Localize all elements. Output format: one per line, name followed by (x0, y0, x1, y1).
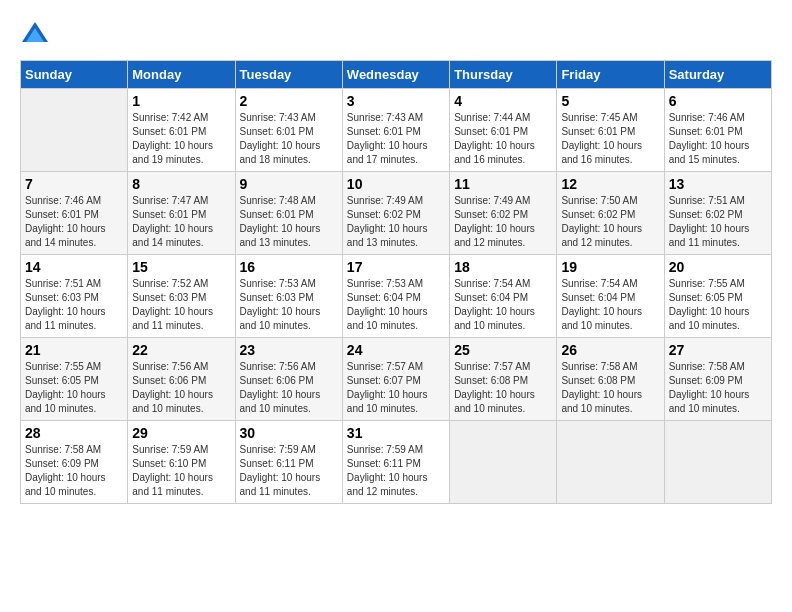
sunrise-label: Sunrise: 7:57 AM (347, 361, 423, 372)
sunrise-label: Sunrise: 7:59 AM (240, 444, 316, 455)
daylight-label: Daylight: 10 hours and 10 minutes. (132, 389, 213, 414)
calendar-cell: 4 Sunrise: 7:44 AM Sunset: 6:01 PM Dayli… (450, 89, 557, 172)
day-number: 16 (240, 259, 338, 275)
day-number: 31 (347, 425, 445, 441)
calendar-cell: 14 Sunrise: 7:51 AM Sunset: 6:03 PM Dayl… (21, 255, 128, 338)
sunset-label: Sunset: 6:11 PM (347, 458, 421, 469)
sunrise-label: Sunrise: 7:59 AM (132, 444, 208, 455)
calendar-cell: 29 Sunrise: 7:59 AM Sunset: 6:10 PM Dayl… (128, 421, 235, 504)
sunset-label: Sunset: 6:03 PM (240, 292, 314, 303)
daylight-label: Daylight: 10 hours and 14 minutes. (25, 223, 106, 248)
day-number: 15 (132, 259, 230, 275)
day-info: Sunrise: 7:55 AM Sunset: 6:05 PM Dayligh… (669, 277, 767, 333)
calendar-header-row: SundayMondayTuesdayWednesdayThursdayFrid… (21, 61, 772, 89)
sunset-label: Sunset: 6:09 PM (669, 375, 743, 386)
day-info: Sunrise: 7:58 AM Sunset: 6:09 PM Dayligh… (25, 443, 123, 499)
day-info: Sunrise: 7:42 AM Sunset: 6:01 PM Dayligh… (132, 111, 230, 167)
day-number: 7 (25, 176, 123, 192)
day-info: Sunrise: 7:58 AM Sunset: 6:09 PM Dayligh… (669, 360, 767, 416)
day-info: Sunrise: 7:57 AM Sunset: 6:07 PM Dayligh… (347, 360, 445, 416)
calendar-cell: 8 Sunrise: 7:47 AM Sunset: 6:01 PM Dayli… (128, 172, 235, 255)
daylight-label: Daylight: 10 hours and 14 minutes. (132, 223, 213, 248)
day-info: Sunrise: 7:50 AM Sunset: 6:02 PM Dayligh… (561, 194, 659, 250)
day-info: Sunrise: 7:56 AM Sunset: 6:06 PM Dayligh… (132, 360, 230, 416)
header-tuesday: Tuesday (235, 61, 342, 89)
calendar-cell: 24 Sunrise: 7:57 AM Sunset: 6:07 PM Dayl… (342, 338, 449, 421)
sunrise-label: Sunrise: 7:43 AM (240, 112, 316, 123)
daylight-label: Daylight: 10 hours and 18 minutes. (240, 140, 321, 165)
calendar-cell: 18 Sunrise: 7:54 AM Sunset: 6:04 PM Dayl… (450, 255, 557, 338)
header-thursday: Thursday (450, 61, 557, 89)
calendar-cell: 10 Sunrise: 7:49 AM Sunset: 6:02 PM Dayl… (342, 172, 449, 255)
daylight-label: Daylight: 10 hours and 11 minutes. (132, 472, 213, 497)
daylight-label: Daylight: 10 hours and 10 minutes. (669, 306, 750, 331)
calendar-cell: 20 Sunrise: 7:55 AM Sunset: 6:05 PM Dayl… (664, 255, 771, 338)
sunset-label: Sunset: 6:02 PM (669, 209, 743, 220)
calendar-cell: 1 Sunrise: 7:42 AM Sunset: 6:01 PM Dayli… (128, 89, 235, 172)
day-number: 25 (454, 342, 552, 358)
day-info: Sunrise: 7:48 AM Sunset: 6:01 PM Dayligh… (240, 194, 338, 250)
day-number: 26 (561, 342, 659, 358)
day-info: Sunrise: 7:44 AM Sunset: 6:01 PM Dayligh… (454, 111, 552, 167)
sunrise-label: Sunrise: 7:53 AM (347, 278, 423, 289)
daylight-label: Daylight: 10 hours and 16 minutes. (561, 140, 642, 165)
sunrise-label: Sunrise: 7:55 AM (669, 278, 745, 289)
day-number: 6 (669, 93, 767, 109)
header-wednesday: Wednesday (342, 61, 449, 89)
day-info: Sunrise: 7:59 AM Sunset: 6:11 PM Dayligh… (240, 443, 338, 499)
day-info: Sunrise: 7:58 AM Sunset: 6:08 PM Dayligh… (561, 360, 659, 416)
day-number: 20 (669, 259, 767, 275)
daylight-label: Daylight: 10 hours and 10 minutes. (454, 306, 535, 331)
daylight-label: Daylight: 10 hours and 11 minutes. (669, 223, 750, 248)
sunrise-label: Sunrise: 7:42 AM (132, 112, 208, 123)
day-number: 4 (454, 93, 552, 109)
sunset-label: Sunset: 6:01 PM (240, 126, 314, 137)
day-number: 14 (25, 259, 123, 275)
sunset-label: Sunset: 6:08 PM (454, 375, 528, 386)
sunset-label: Sunset: 6:02 PM (347, 209, 421, 220)
sunset-label: Sunset: 6:02 PM (454, 209, 528, 220)
day-number: 28 (25, 425, 123, 441)
day-number: 29 (132, 425, 230, 441)
sunset-label: Sunset: 6:07 PM (347, 375, 421, 386)
calendar-cell: 31 Sunrise: 7:59 AM Sunset: 6:11 PM Dayl… (342, 421, 449, 504)
sunrise-label: Sunrise: 7:43 AM (347, 112, 423, 123)
sunset-label: Sunset: 6:09 PM (25, 458, 99, 469)
daylight-label: Daylight: 10 hours and 12 minutes. (454, 223, 535, 248)
daylight-label: Daylight: 10 hours and 12 minutes. (347, 472, 428, 497)
header-monday: Monday (128, 61, 235, 89)
sunset-label: Sunset: 6:04 PM (454, 292, 528, 303)
day-number: 22 (132, 342, 230, 358)
header-saturday: Saturday (664, 61, 771, 89)
sunrise-label: Sunrise: 7:46 AM (25, 195, 101, 206)
sunset-label: Sunset: 6:01 PM (132, 209, 206, 220)
daylight-label: Daylight: 10 hours and 15 minutes. (669, 140, 750, 165)
sunset-label: Sunset: 6:06 PM (132, 375, 206, 386)
day-info: Sunrise: 7:45 AM Sunset: 6:01 PM Dayligh… (561, 111, 659, 167)
day-number: 8 (132, 176, 230, 192)
day-info: Sunrise: 7:55 AM Sunset: 6:05 PM Dayligh… (25, 360, 123, 416)
sunrise-label: Sunrise: 7:58 AM (669, 361, 745, 372)
day-info: Sunrise: 7:47 AM Sunset: 6:01 PM Dayligh… (132, 194, 230, 250)
sunrise-label: Sunrise: 7:44 AM (454, 112, 530, 123)
day-info: Sunrise: 7:43 AM Sunset: 6:01 PM Dayligh… (240, 111, 338, 167)
day-number: 5 (561, 93, 659, 109)
daylight-label: Daylight: 10 hours and 16 minutes. (454, 140, 535, 165)
daylight-label: Daylight: 10 hours and 10 minutes. (561, 389, 642, 414)
daylight-label: Daylight: 10 hours and 10 minutes. (25, 472, 106, 497)
daylight-label: Daylight: 10 hours and 13 minutes. (347, 223, 428, 248)
day-info: Sunrise: 7:59 AM Sunset: 6:10 PM Dayligh… (132, 443, 230, 499)
day-number: 10 (347, 176, 445, 192)
sunset-label: Sunset: 6:01 PM (240, 209, 314, 220)
sunrise-label: Sunrise: 7:58 AM (25, 444, 101, 455)
daylight-label: Daylight: 10 hours and 10 minutes. (669, 389, 750, 414)
daylight-label: Daylight: 10 hours and 10 minutes. (240, 389, 321, 414)
calendar-cell: 21 Sunrise: 7:55 AM Sunset: 6:05 PM Dayl… (21, 338, 128, 421)
sunset-label: Sunset: 6:04 PM (561, 292, 635, 303)
daylight-label: Daylight: 10 hours and 13 minutes. (240, 223, 321, 248)
day-info: Sunrise: 7:43 AM Sunset: 6:01 PM Dayligh… (347, 111, 445, 167)
calendar-week-3: 14 Sunrise: 7:51 AM Sunset: 6:03 PM Dayl… (21, 255, 772, 338)
day-number: 11 (454, 176, 552, 192)
day-info: Sunrise: 7:49 AM Sunset: 6:02 PM Dayligh… (347, 194, 445, 250)
calendar-cell (664, 421, 771, 504)
